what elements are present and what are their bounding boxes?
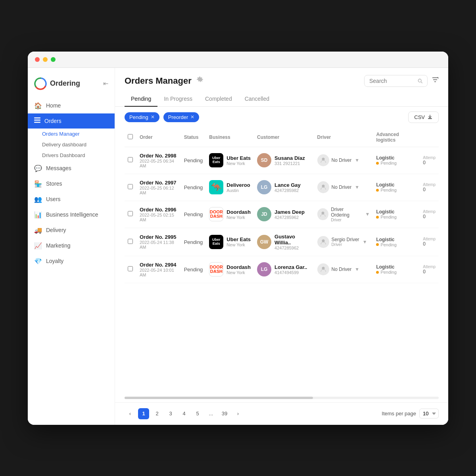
svg-rect-3 bbox=[34, 119, 40, 121]
table-row: Order No. 2996 2022-05-25 02:15 AM Pendi… bbox=[125, 201, 439, 228]
sidebar-nav-lower: 💬 Messages 🏪 Stores 👥 Users 📊 Business I… bbox=[28, 161, 115, 269]
col-customer: Customer bbox=[254, 128, 314, 147]
logistic-cell: Logistic Pending bbox=[373, 228, 420, 256]
driver-cell: Sergio Driver Driver ▼ bbox=[314, 228, 373, 256]
driver-dropdown-icon[interactable]: ▼ bbox=[365, 211, 370, 217]
select-all-checkbox[interactable] bbox=[128, 134, 133, 139]
page-button-4[interactable]: 4 bbox=[178, 408, 190, 419]
customer-cell: LG Lance Gay 4247285982 bbox=[254, 174, 314, 201]
minimize-dot[interactable] bbox=[43, 57, 48, 62]
csv-download-icon bbox=[427, 114, 433, 120]
business-cell: UberEats Uber Eats New York bbox=[206, 228, 254, 256]
driver-dropdown-icon[interactable]: ▼ bbox=[355, 184, 359, 190]
page-button-3[interactable]: 3 bbox=[165, 408, 176, 419]
filter-button[interactable] bbox=[432, 77, 439, 85]
row-checkbox[interactable] bbox=[128, 239, 133, 244]
sidebar-item-business-intelligence[interactable]: 📊 Business Intelligence bbox=[28, 207, 115, 223]
driver-dropdown-icon[interactable]: ▼ bbox=[363, 239, 367, 245]
sidebar: Ordering ⇤ 🏠 Home Orders bbox=[28, 68, 115, 425]
sidebar-item-users[interactable]: 👥 Users bbox=[28, 192, 115, 207]
sidebar-item-loyalty[interactable]: 💎 Loyalty bbox=[28, 253, 115, 269]
search-input[interactable] bbox=[369, 78, 415, 84]
main-content: Orders Manager bbox=[115, 68, 448, 425]
order-cell: Order No. 2994 2022-05-24 10:01 AM bbox=[136, 256, 181, 283]
sidebar-toggle-icon[interactable]: ⇤ bbox=[103, 80, 108, 87]
table-row: Order No. 2997 2022-05-25 06:12 AM Pendi… bbox=[125, 174, 439, 201]
page-button-39[interactable]: 39 bbox=[219, 408, 230, 419]
per-page-select[interactable]: 10 25 50 bbox=[419, 409, 439, 418]
svg-point-1 bbox=[38, 82, 42, 86]
business-cell: 🦘 Deliveroo Austin bbox=[206, 174, 254, 201]
horizontal-scrollbar[interactable] bbox=[125, 397, 439, 399]
settings-icon[interactable] bbox=[196, 76, 203, 85]
order-cell: Order No. 2997 2022-05-25 06:12 AM bbox=[136, 174, 181, 201]
stores-icon: 🏪 bbox=[34, 180, 42, 188]
business-cell: UberEats Uber Eats New York bbox=[206, 147, 254, 174]
business-cell: DOORDASH Doordash New York bbox=[206, 201, 254, 228]
sidebar-item-home[interactable]: 🏠 Home bbox=[28, 98, 115, 113]
order-cell: Order No. 2998 2022-05-25 06:34 AM bbox=[136, 147, 181, 174]
pending-chip-close[interactable]: ✕ bbox=[151, 114, 155, 120]
page-button-5[interactable]: 5 bbox=[192, 408, 203, 419]
svg-rect-12 bbox=[428, 118, 432, 119]
svg-rect-2 bbox=[34, 117, 40, 119]
driver-cell: Driver Ordering Driver ▼ bbox=[314, 201, 373, 228]
tab-pending[interactable]: Pending bbox=[125, 92, 157, 107]
svg-point-17 bbox=[322, 267, 324, 270]
tab-in-progress[interactable]: In Progress bbox=[157, 92, 199, 107]
maximize-dot[interactable] bbox=[51, 57, 56, 62]
tab-completed[interactable]: Completed bbox=[199, 92, 238, 107]
close-dot[interactable] bbox=[35, 57, 40, 62]
row-checkbox[interactable] bbox=[128, 157, 133, 162]
attempts-cell: Attemp 0 bbox=[420, 201, 439, 228]
status-cell: Pending bbox=[181, 174, 206, 201]
tab-cancelled[interactable]: Cancelled bbox=[238, 92, 276, 107]
driver-dropdown-icon[interactable]: ▼ bbox=[355, 267, 359, 272]
sidebar-nav: 🏠 Home Orders bbox=[28, 98, 115, 129]
row-checkbox[interactable] bbox=[128, 184, 133, 189]
row-checkbox[interactable] bbox=[128, 266, 133, 271]
page-button-2[interactable]: 2 bbox=[152, 408, 163, 419]
marketing-icon: 📈 bbox=[34, 242, 42, 250]
sidebar-subitem-orders-manager[interactable]: Orders Manager bbox=[28, 129, 115, 139]
driver-dropdown-icon[interactable]: ▼ bbox=[355, 157, 359, 163]
customer-cell: GW Gustavo Willia.. 4247285962 bbox=[254, 228, 314, 256]
preorder-chip[interactable]: Preorder ✕ bbox=[163, 112, 200, 122]
sidebar-item-marketing[interactable]: 📈 Marketing bbox=[28, 238, 115, 253]
col-business: Business bbox=[206, 128, 254, 147]
svg-point-15 bbox=[321, 212, 324, 215]
next-page-button[interactable]: › bbox=[232, 408, 244, 419]
col-order: Order bbox=[136, 128, 181, 147]
loyalty-icon: 💎 bbox=[34, 257, 42, 265]
logistic-cell: Logistic Pending bbox=[373, 256, 420, 283]
scrollbar-thumb[interactable] bbox=[125, 397, 313, 399]
app-body: Ordering ⇤ 🏠 Home Orders bbox=[28, 68, 448, 425]
sidebar-item-orders[interactable]: Orders bbox=[28, 113, 115, 129]
svg-rect-4 bbox=[34, 122, 40, 123]
logistic-cell: Logistic Pending bbox=[373, 174, 420, 201]
orders-table: Order Status Business Customer Driver Ad… bbox=[125, 128, 439, 283]
business-cell: DOORDASH Doordash New York bbox=[206, 256, 254, 283]
sidebar-subitem-delivery-dashboard[interactable]: Delivery dashboard bbox=[28, 139, 115, 150]
header-right bbox=[364, 75, 439, 87]
status-cell: Pending bbox=[181, 256, 206, 283]
pending-chip[interactable]: Pending ✕ bbox=[125, 112, 159, 122]
svg-point-13 bbox=[322, 158, 324, 161]
home-icon: 🏠 bbox=[34, 102, 42, 109]
sidebar-item-messages[interactable]: 💬 Messages bbox=[28, 161, 115, 176]
search-box[interactable] bbox=[364, 75, 428, 87]
col-status: Status bbox=[181, 128, 206, 147]
col-attempts bbox=[420, 128, 439, 147]
col-advanced-logistics: Advanced logistics bbox=[373, 128, 420, 147]
table-row: Order No. 2995 2022-05-24 11:38 AM Pendi… bbox=[125, 228, 439, 256]
messages-icon: 💬 bbox=[34, 165, 42, 172]
prev-page-button[interactable]: ‹ bbox=[125, 408, 136, 419]
sidebar-item-stores[interactable]: 🏪 Stores bbox=[28, 176, 115, 192]
sidebar-item-delivery[interactable]: 🚚 Delivery bbox=[28, 223, 115, 238]
row-checkbox[interactable] bbox=[128, 211, 133, 216]
page-button-1[interactable]: 1 bbox=[138, 408, 149, 419]
csv-button[interactable]: CSV bbox=[408, 111, 439, 123]
preorder-chip-close[interactable]: ✕ bbox=[190, 114, 194, 120]
sidebar-subitem-drivers-dashboard[interactable]: Drivers Dashboard bbox=[28, 150, 115, 161]
pagination-bar: ‹ 1 2 3 4 5 ... 39 › Items per page 10 2… bbox=[115, 402, 448, 425]
